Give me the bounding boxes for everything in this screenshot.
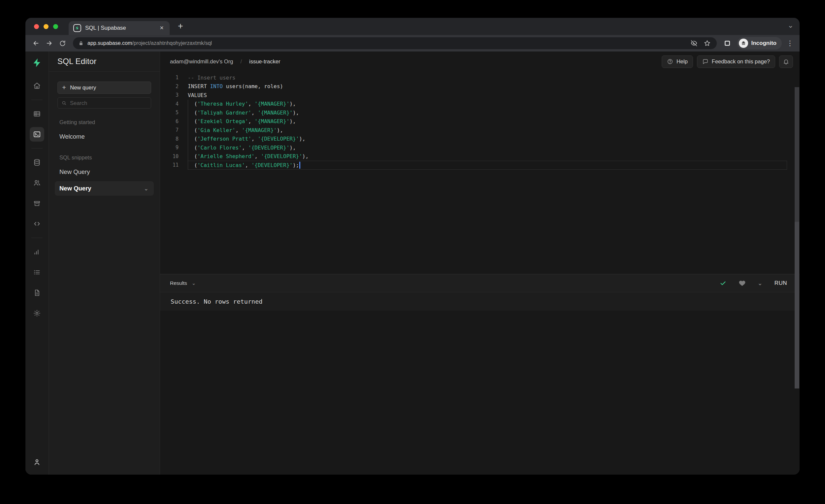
nav-database-icon[interactable]: [30, 155, 44, 170]
account-icon[interactable]: [30, 455, 44, 470]
code-line[interactable]: 10 ('Arielle Shepherd', '{DEVELOPER}'),: [160, 152, 800, 161]
code-line[interactable]: 6 ('Ezekiel Ortega', '{MANAGER}'),: [160, 117, 800, 126]
new-tab-button[interactable]: +: [175, 21, 185, 31]
chevron-down-icon[interactable]: ⌄: [144, 185, 149, 192]
help-button-label: Help: [676, 58, 688, 65]
nav-edge-functions-icon[interactable]: [30, 217, 44, 231]
nav-table-editor-icon[interactable]: [30, 106, 44, 121]
reload-button[interactable]: [57, 37, 68, 49]
zoom-window-button[interactable]: [53, 24, 58, 29]
nav-reports-icon[interactable]: [30, 244, 44, 259]
breadcrumb-project[interactable]: issue-tracker: [249, 58, 280, 65]
code-line[interactable]: 11 ('Caitlin Lucas', '{DEVELOPER}');: [160, 161, 800, 170]
code-line[interactable]: 3VALUES: [160, 91, 800, 100]
feedback-button-label: Feedback on this page?: [712, 58, 770, 65]
code-text: INSERT INTO users(name, roles): [188, 82, 787, 91]
url-path: /project/azahtnhqohyjerzaxtmk/sql: [132, 40, 212, 46]
snippet-search[interactable]: [57, 97, 151, 109]
back-button[interactable]: [30, 37, 42, 49]
code-line[interactable]: 5 ('Taliyah Gardner', '{MANAGER}'),: [160, 108, 800, 117]
breadcrumb-separator: /: [240, 58, 242, 65]
code-line[interactable]: 9 ('Carlo Flores', '{DEVELOPER}'),: [160, 143, 800, 152]
menu-item-new-query-active[interactable]: New Query ⌄: [55, 181, 154, 196]
new-query-button[interactable]: + New query: [57, 81, 151, 94]
nav-logs-icon[interactable]: [30, 265, 44, 280]
notifications-button[interactable]: [779, 56, 793, 68]
help-button[interactable]: Help: [662, 56, 693, 68]
close-tab-icon[interactable]: ×: [158, 24, 166, 32]
page-title: SQL Editor: [57, 57, 97, 66]
results-dropdown[interactable]: Results ⌄: [170, 280, 196, 286]
code-line[interactable]: 1-- Insert users: [160, 73, 800, 82]
bookmark-star-icon[interactable]: [702, 38, 712, 48]
code-text: ('Ezekiel Ortega', '{MANAGER}'),: [188, 117, 787, 126]
section-label-sql-snippets: SQL snippets: [57, 154, 151, 161]
plus-icon: +: [62, 84, 66, 91]
browser-toolbar: app.supabase.com/project/azahtnhqohyjerz…: [25, 35, 800, 52]
tab-strip: SQL | Supabase × + ⌄: [25, 18, 800, 35]
help-circle-icon: [667, 58, 673, 65]
favorite-heart-icon[interactable]: [739, 280, 746, 287]
line-number: 1: [160, 75, 178, 80]
supabase-logo-icon[interactable]: [30, 56, 44, 70]
nav-docs-icon[interactable]: [30, 286, 44, 300]
side-panel-icon[interactable]: [722, 37, 733, 49]
url-bar[interactable]: app.supabase.com/project/azahtnhqohyjerz…: [73, 37, 717, 49]
run-button[interactable]: RUN: [774, 280, 787, 286]
incognito-icon: [739, 39, 748, 48]
forward-button[interactable]: [43, 37, 55, 49]
code-line[interactable]: 8 ('Jefferson Pratt', '{DEVELOPER}'),: [160, 135, 800, 144]
sql-editor-code-area[interactable]: 1-- Insert users2INSERT INTO users(name,…: [160, 72, 800, 274]
line-number: 10: [160, 153, 178, 159]
code-text: ('Gia Keller', '{MANAGER}'),: [188, 126, 787, 135]
code-line[interactable]: 2INSERT INTO users(name, roles): [160, 82, 800, 91]
browser-tab[interactable]: SQL | Supabase ×: [69, 21, 170, 35]
tab-search-chevron-icon[interactable]: ⌄: [788, 21, 794, 30]
menu-item-new-query[interactable]: New Query: [57, 165, 151, 178]
search-input[interactable]: [70, 100, 147, 106]
code-text: ('Theresa Hurley', '{MANAGER}'),: [188, 100, 787, 109]
run-options-chevron-icon[interactable]: ⌄: [758, 280, 763, 287]
speech-bubble-icon: [702, 58, 708, 65]
browser-window: SQL | Supabase × + ⌄ app.supabase.com/pr…: [25, 18, 800, 475]
line-number: 3: [160, 92, 178, 98]
breadcrumb-org[interactable]: adam@windmill.dev's Org: [170, 58, 233, 65]
bell-icon: [783, 58, 790, 65]
menu-item-label: New Query: [59, 185, 91, 192]
code-text: ('Jefferson Pratt', '{DEVELOPER}'),: [188, 135, 787, 144]
url-text: app.supabase.com/project/azahtnhqohyjerz…: [87, 40, 686, 46]
nav-rail: [25, 52, 49, 475]
line-number: 5: [160, 110, 178, 116]
results-label: Results: [170, 280, 187, 286]
nav-home-icon[interactable]: [30, 79, 44, 93]
breadcrumb: adam@windmill.dev's Org / issue-tracker: [170, 58, 280, 65]
feedback-button[interactable]: Feedback on this page?: [697, 56, 775, 68]
panel-header: SQL Editor: [49, 52, 160, 72]
line-number: 4: [160, 101, 178, 107]
incognito-badge[interactable]: Incognito: [737, 37, 782, 50]
query-valid-check-icon[interactable]: [720, 280, 727, 287]
menu-item-welcome[interactable]: Welcome: [57, 130, 151, 143]
password-eye-off-icon[interactable]: [689, 38, 699, 48]
code-text: ('Carlo Flores', '{DEVELOPER}'),: [188, 143, 787, 152]
nav-authentication-icon[interactable]: [30, 175, 44, 190]
code-line[interactable]: 7 ('Gia Keller', '{MANAGER}'),: [160, 126, 800, 135]
success-message: Success. No rows returned: [171, 298, 262, 305]
code-text: ('Taliyah Gardner', '{MANAGER}'),: [188, 108, 787, 117]
line-number: 2: [160, 83, 178, 89]
nav-storage-icon[interactable]: [30, 196, 44, 211]
code-line[interactable]: 4 ('Theresa Hurley', '{MANAGER}'),: [160, 100, 800, 109]
snippet-menu: Getting started Welcome SQL snippets New…: [57, 119, 151, 196]
chevron-down-icon: ⌄: [192, 280, 196, 286]
close-window-button[interactable]: [34, 24, 39, 29]
nav-settings-icon[interactable]: [30, 306, 44, 320]
code-text: -- Insert users: [188, 73, 787, 82]
browser-menu-icon[interactable]: ⋮: [785, 39, 795, 47]
section-label-getting-started: Getting started: [57, 119, 151, 126]
nav-sql-editor-icon[interactable]: [30, 127, 44, 142]
rail-divider: [31, 148, 43, 149]
code-lines: 1-- Insert users2INSERT INTO users(name,…: [160, 73, 800, 170]
supabase-favicon-icon: [73, 24, 81, 32]
minimize-window-button[interactable]: [44, 24, 49, 29]
window-controls: [34, 24, 58, 29]
